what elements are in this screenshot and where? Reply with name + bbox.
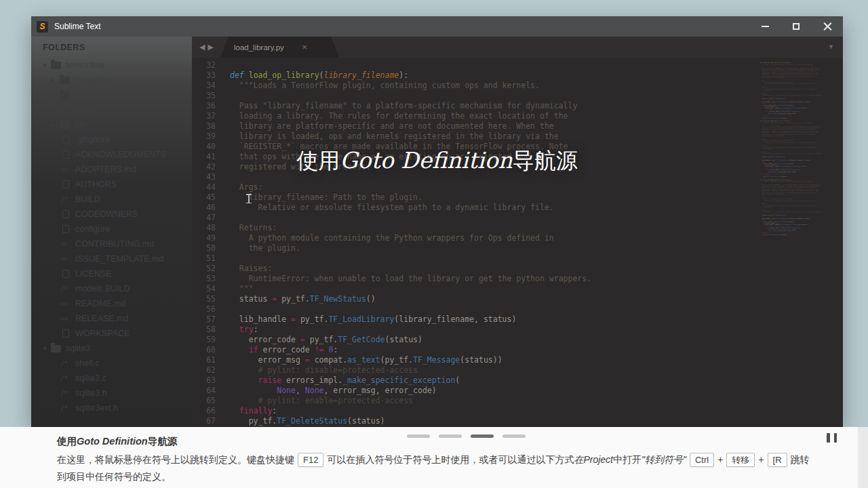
source-file-icon: /* (60, 285, 71, 293)
code-line[interactable]: 45 library_filename: Path to the plugin. (192, 192, 843, 203)
tutorial-overlay-caption: 使用Goto Definition导航源 (31, 146, 843, 176)
code-line[interactable]: 57 lib_handle = py_tf.TF_LoadLibrary(lib… (192, 314, 843, 325)
pagination-dash-1[interactable] (407, 434, 430, 438)
sidebar-item-tools[interactable]: ▶tools (31, 102, 192, 117)
code-line[interactable]: 53 RuntimeError: when unable to load the… (192, 274, 843, 284)
line-number: 54 (192, 284, 216, 294)
folder-icon (51, 62, 61, 69)
code-line[interactable]: 33def load_op_library(library_filename): (192, 70, 843, 81)
pagination-dash-3[interactable] (471, 434, 494, 438)
sidebar-item-models-build[interactable]: /*models.BUILD (31, 281, 192, 296)
file-icon (62, 225, 69, 233)
code-line[interactable]: 35 (192, 91, 843, 101)
code-line[interactable]: 50 the plugin. (192, 243, 843, 253)
pagination-dash-4[interactable] (502, 434, 526, 438)
sidebar-item-util[interactable]: ▶util (31, 117, 192, 132)
sidebar-item-sqlite3-c[interactable]: /*sqlite3.c (31, 371, 192, 386)
sidebar-item-sqlite3[interactable]: ▼sqlite3 (31, 341, 192, 356)
sidebar-item-workspace[interactable]: WORKSPACE (31, 326, 192, 341)
tutorial-scrollbar[interactable] (858, 427, 868, 488)
code-line[interactable]: 58 try: (192, 325, 843, 335)
code-line[interactable]: 67 py_tf.TF_DeleteStatus(status) (192, 416, 843, 426)
code-line[interactable]: 48 Returns: (192, 223, 843, 233)
code-line[interactable]: 44 Args: (192, 182, 843, 192)
code-line[interactable]: 65 # pylint: enable=protected-access (192, 396, 843, 406)
sidebar-item-readme-md[interactable]: <>README.md (31, 296, 192, 311)
code-line[interactable]: 49 A python module containing the Python… (192, 233, 843, 243)
code-line[interactable]: 38 library are platform-specific and are… (192, 121, 843, 131)
code-line[interactable]: 51 (192, 253, 843, 264)
close-button[interactable] (812, 16, 843, 37)
sidebar-item-license[interactable]: LICENSE (31, 266, 192, 281)
code-line[interactable]: 55 status = py_tf.TF_NewStatus() (192, 294, 843, 304)
history-forward-icon[interactable]: ▶ (208, 43, 213, 52)
code-line[interactable]: 52 Raises: (192, 264, 843, 274)
code-line[interactable]: 63 raise errors_impl._make_specific_exce… (192, 375, 843, 386)
keycap: 转移 (726, 453, 755, 467)
sidebar-item-label: RELEASE.md (75, 314, 129, 323)
code-line[interactable]: 62 # pylint: disable=protected-access (192, 365, 843, 375)
tab-close-icon[interactable]: ✕ (302, 43, 307, 51)
sidebar-item-label: configure (75, 224, 110, 234)
code-line[interactable]: 54 """ (192, 284, 843, 294)
line-number: 35 (192, 91, 216, 101)
markup-file-icon: <> (60, 315, 71, 323)
sidebar-item-label: CODEOWNERS (75, 209, 138, 219)
line-number: 62 (192, 365, 216, 375)
sidebar-item-tensorflow[interactable]: ▶tensorflow (31, 73, 192, 87)
sidebar: FOLDERS ▼tensorflow▶tensorflow▶third_par… (31, 37, 192, 427)
line-number: 57 (192, 314, 216, 325)
sidebar-item-contributing-md[interactable]: <>CONTRIBUTING.md (31, 237, 192, 251)
history-back-icon[interactable]: ◀ (199, 43, 205, 52)
sidebar-item-label: sqlite3 (66, 344, 90, 353)
sidebar-item-issue-template-md[interactable]: <>ISSUE_TEMPLATE.md (31, 251, 192, 266)
file-icon (62, 270, 69, 278)
text-cursor-icon (246, 194, 252, 204)
code-area[interactable]: 3233def load_op_library(library_filename… (192, 58, 843, 427)
sidebar-item-tensorflow[interactable]: ▼tensorflow (31, 58, 192, 73)
sublime-logo-icon: S (37, 21, 48, 33)
line-number: 56 (192, 304, 216, 314)
pause-button[interactable] (827, 433, 837, 443)
code-line[interactable]: 64 None, None, error_msg, error_code) (192, 386, 843, 396)
chevron-down-icon: ▼ (42, 62, 51, 68)
sidebar-item-codeowners[interactable]: CODEOWNERS (31, 207, 192, 222)
file-icon (62, 329, 69, 338)
code-line[interactable]: 56 (192, 304, 843, 314)
tab-overflow-icon[interactable]: ▼ (828, 43, 834, 50)
sidebar-item-release-md[interactable]: <>RELEASE.md (31, 311, 192, 326)
line-number: 39 (192, 131, 216, 142)
sidebar-item-build[interactable]: /*BUILD (31, 192, 192, 207)
chevron-right-icon: ▶ (51, 122, 60, 128)
sidebar-item-sqlite3ext-h[interactable]: /*sqlite3ext.h (31, 401, 192, 415)
sidebar-item--gitignore[interactable]: .gitignore (31, 132, 192, 147)
editor[interactable]: ◀ ▶ load_library.py ✕ ▼ 3233def load_op_… (192, 37, 843, 427)
code-line[interactable]: 32 (192, 60, 843, 70)
sidebar-item-configure[interactable]: configure (31, 222, 192, 237)
sidebar-item-authors[interactable]: AUTHORS (31, 177, 192, 192)
sidebar-item-sqlite3-h[interactable]: /*sqlite3.h (31, 386, 192, 401)
code-line[interactable]: 37 loading a library. The rules for dete… (192, 111, 843, 121)
titlebar: S Sublime Text (31, 16, 843, 37)
code-line[interactable]: 59 error_code = py_tf.TF_GetCode(status) (192, 335, 843, 345)
folders-header: FOLDERS (31, 37, 192, 58)
file-icon (62, 180, 69, 188)
code-line[interactable]: 46 Relative or absolute filesystem path … (192, 203, 843, 213)
sidebar-item-third-party[interactable]: ▶third_party (31, 87, 192, 102)
code-line[interactable]: 36 Pass "library_filename" to a platform… (192, 101, 843, 111)
code-line[interactable]: 61 error_msg = compat.as_text(py_tf.TF_M… (192, 355, 843, 365)
maximize-button[interactable] (781, 16, 812, 37)
code-line[interactable]: 66 finally: (192, 406, 843, 416)
code-line[interactable]: 39 library is loaded, ops and kernels re… (192, 131, 843, 142)
line-number: 58 (192, 325, 216, 335)
line-number: 61 (192, 355, 216, 365)
pagination-dash-2[interactable] (439, 434, 462, 438)
tab-load-library[interactable]: load_library.py ✕ (220, 37, 339, 58)
code-line[interactable]: 60 if error_code != 0: (192, 345, 843, 355)
source-file-icon: /* (60, 360, 71, 367)
minimize-button[interactable] (749, 16, 781, 37)
line-number: 33 (192, 70, 216, 81)
sidebar-item-shell-c[interactable]: /*shell.c (31, 356, 192, 371)
code-line[interactable]: 47 (192, 213, 843, 223)
code-line[interactable]: 34 """Loads a TensorFlow plugin, contain… (192, 81, 843, 91)
